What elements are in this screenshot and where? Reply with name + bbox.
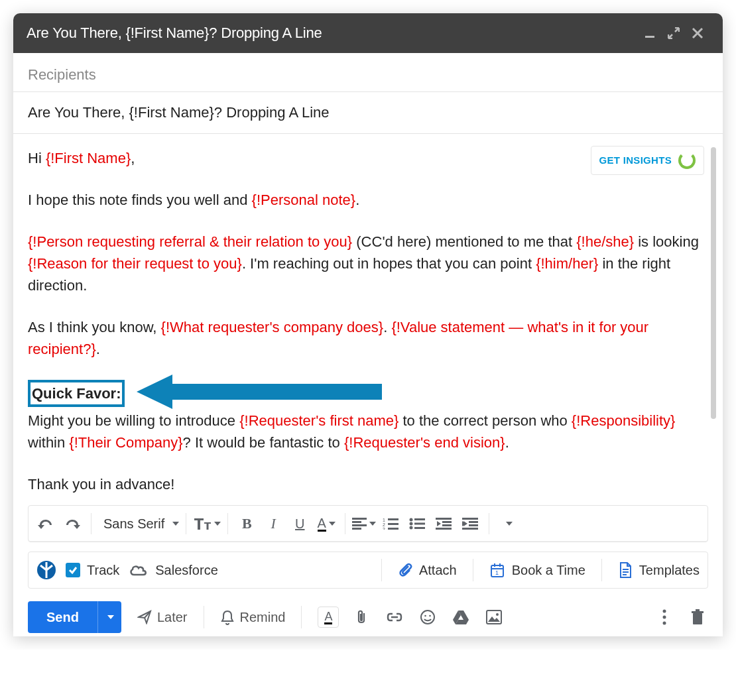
align-left-icon bbox=[352, 518, 367, 530]
merge-field: {!him/her} bbox=[536, 255, 598, 272]
send-button[interactable]: Send bbox=[28, 601, 97, 633]
divider bbox=[227, 513, 228, 534]
svg-rect-51 bbox=[693, 613, 702, 624]
indent-less-button[interactable] bbox=[432, 510, 456, 537]
paper-plane-icon bbox=[137, 610, 152, 624]
insert-link-button[interactable] bbox=[384, 607, 405, 628]
text: . bbox=[505, 434, 509, 451]
salesforce-button[interactable]: Salesforce bbox=[129, 563, 218, 578]
body-paragraph: I hope this note finds you well and {!Pe… bbox=[28, 189, 708, 211]
numbered-list-button[interactable]: 123 bbox=[379, 510, 402, 537]
spinner-icon bbox=[678, 152, 696, 169]
link-icon bbox=[386, 612, 403, 622]
arrow-annotation bbox=[137, 373, 382, 410]
indent-icon bbox=[462, 518, 478, 530]
align-dropdown[interactable] bbox=[352, 510, 376, 537]
bulleted-list-button[interactable] bbox=[405, 510, 429, 537]
attach-button[interactable]: Attach bbox=[398, 561, 457, 579]
svg-rect-15 bbox=[414, 518, 425, 520]
document-icon bbox=[618, 561, 633, 579]
indent-more-button[interactable] bbox=[458, 510, 482, 537]
redo-icon bbox=[64, 517, 80, 530]
merge-field: {!First Name} bbox=[46, 150, 131, 166]
window-title: Are You There, {!First Name}? Dropping A… bbox=[27, 25, 638, 42]
quick-favor-label: Quick Favor: bbox=[28, 380, 125, 407]
track-toggle[interactable]: Track bbox=[66, 563, 119, 578]
get-insights-label: GET INSIGHTS bbox=[599, 153, 672, 168]
ordered-list-icon: 123 bbox=[383, 518, 399, 530]
divider bbox=[204, 606, 204, 628]
chevron-down-icon bbox=[107, 615, 114, 619]
chevron-down-icon bbox=[214, 522, 221, 526]
trash-icon bbox=[691, 609, 704, 625]
discard-draft-button[interactable] bbox=[687, 607, 708, 628]
email-body-editor[interactable]: GET INSIGHTS Hi {!First Name}, I hope th… bbox=[13, 134, 723, 505]
font-family-dropdown[interactable]: Sans Serif bbox=[98, 510, 179, 537]
fullscreen-button[interactable] bbox=[662, 13, 686, 53]
divider bbox=[381, 559, 382, 581]
svg-point-47 bbox=[496, 613, 499, 616]
undo-icon bbox=[38, 517, 54, 530]
text-size-icon bbox=[193, 516, 212, 531]
text: to the correct person who bbox=[399, 412, 571, 429]
chevron-down-icon bbox=[506, 522, 513, 526]
templates-label: Templates bbox=[639, 563, 700, 578]
body-paragraph: Might you be willing to introduce {!Requ… bbox=[28, 410, 708, 453]
svg-point-49 bbox=[663, 616, 666, 619]
svg-point-50 bbox=[663, 622, 666, 625]
book-time-button[interactable]: 1 Book a Time bbox=[489, 562, 585, 578]
subject-field[interactable]: Are You There, {!First Name}? Dropping A… bbox=[13, 92, 723, 134]
checkbox-checked-icon bbox=[66, 563, 80, 577]
recipients-field[interactable]: Recipients bbox=[13, 53, 723, 92]
yesware-button[interactable] bbox=[36, 560, 56, 580]
text-color-dropdown[interactable]: A bbox=[314, 510, 338, 537]
svg-text:2: 2 bbox=[383, 522, 385, 527]
kebab-icon bbox=[662, 609, 666, 625]
redo-button[interactable] bbox=[60, 510, 84, 537]
insert-emoji-button[interactable] bbox=[417, 607, 438, 628]
svg-rect-17 bbox=[414, 527, 425, 529]
svg-text:3: 3 bbox=[383, 527, 385, 530]
underline-button[interactable]: U bbox=[288, 510, 312, 537]
formatting-button[interactable]: A bbox=[318, 607, 339, 628]
svg-rect-26 bbox=[462, 528, 478, 530]
scrollbar[interactable] bbox=[711, 147, 716, 419]
plugin-bar: Track Salesforce Attach 1 Book a Time Te… bbox=[28, 552, 708, 589]
italic-button[interactable]: I bbox=[261, 510, 285, 537]
svg-rect-11 bbox=[388, 528, 399, 530]
divider bbox=[91, 513, 92, 534]
svg-point-41 bbox=[430, 615, 432, 617]
text: I hope this note finds you well and bbox=[28, 192, 252, 208]
body-paragraph: Thank you in advance! bbox=[28, 473, 708, 495]
bold-button[interactable]: B bbox=[235, 510, 259, 537]
attach-file-button[interactable] bbox=[351, 607, 372, 628]
divider bbox=[601, 559, 602, 581]
send-options-button[interactable] bbox=[97, 601, 121, 633]
undo-button[interactable] bbox=[34, 510, 58, 537]
merge-field: {!Requester's first name} bbox=[239, 412, 399, 429]
close-button[interactable] bbox=[686, 13, 709, 53]
text: within bbox=[28, 434, 69, 451]
get-insights-button[interactable]: GET INSIGHTS bbox=[591, 146, 704, 175]
text: Hi bbox=[28, 150, 46, 166]
minimize-button[interactable] bbox=[638, 13, 662, 53]
text: (CC'd here) mentioned to me that bbox=[352, 233, 576, 250]
merge-field: {!Personal note} bbox=[252, 192, 356, 208]
more-options-button[interactable] bbox=[654, 607, 675, 628]
text-format-icon: A bbox=[324, 611, 332, 624]
svg-rect-53 bbox=[696, 609, 700, 611]
text: , bbox=[131, 150, 135, 166]
svg-rect-52 bbox=[692, 611, 704, 613]
svg-rect-3 bbox=[352, 521, 361, 523]
salesforce-label: Salesforce bbox=[155, 563, 218, 578]
insert-photo-button[interactable] bbox=[483, 607, 505, 628]
svg-marker-1 bbox=[137, 375, 382, 409]
more-formatting-button[interactable] bbox=[496, 510, 520, 537]
send-later-button[interactable]: Later bbox=[128, 601, 197, 633]
svg-rect-16 bbox=[414, 523, 425, 525]
remind-button[interactable]: Remind bbox=[211, 601, 295, 633]
bold-icon: B bbox=[242, 515, 252, 532]
font-size-dropdown[interactable] bbox=[193, 510, 221, 537]
insert-drive-button[interactable] bbox=[450, 607, 471, 628]
templates-button[interactable]: Templates bbox=[618, 561, 700, 579]
